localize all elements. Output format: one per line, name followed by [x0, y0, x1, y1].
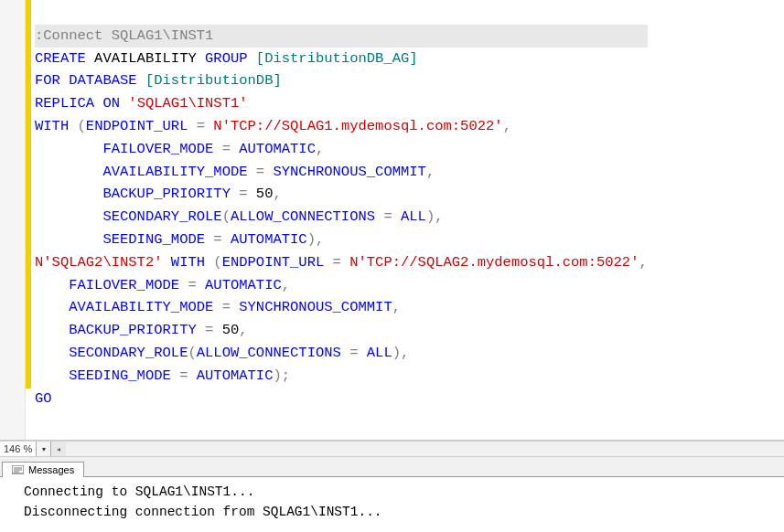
- message-line: Disconnecting connection from SQLAG1\INS…: [24, 505, 382, 519]
- messages-tab-label: Messages: [28, 464, 74, 475]
- gutter: [0, 0, 26, 440]
- code-content[interactable]: :Connect SQLAG1\INST1 CREATE AVAILABILIT…: [31, 0, 651, 440]
- messages-pane[interactable]: Connecting to SQLAG1\INST1... Disconnect…: [0, 477, 784, 532]
- messages-tab[interactable]: Messages: [2, 462, 84, 477]
- zoom-dropdown[interactable]: ▾: [37, 442, 51, 456]
- chevron-down-icon: ▾: [42, 445, 46, 453]
- ssms-query-window: :Connect SQLAG1\INST1 CREATE AVAILABILIT…: [0, 0, 784, 532]
- zoom-level[interactable]: 146 %: [0, 442, 37, 456]
- results-tab-strip: Messages: [0, 457, 784, 477]
- scroll-left-button[interactable]: ◂: [51, 442, 66, 456]
- code-editor[interactable]: :Connect SQLAG1\INST1 CREATE AVAILABILIT…: [0, 0, 784, 441]
- message-line: Connecting to SQLAG1\INST1...: [24, 484, 254, 499]
- messages-icon: [12, 465, 24, 475]
- triangle-left-icon: ◂: [57, 445, 60, 453]
- sqlcmd-connect: :Connect SQLAG1\INST1: [35, 27, 213, 44]
- zoom-bar: 146 % ▾ ◂: [0, 441, 784, 457]
